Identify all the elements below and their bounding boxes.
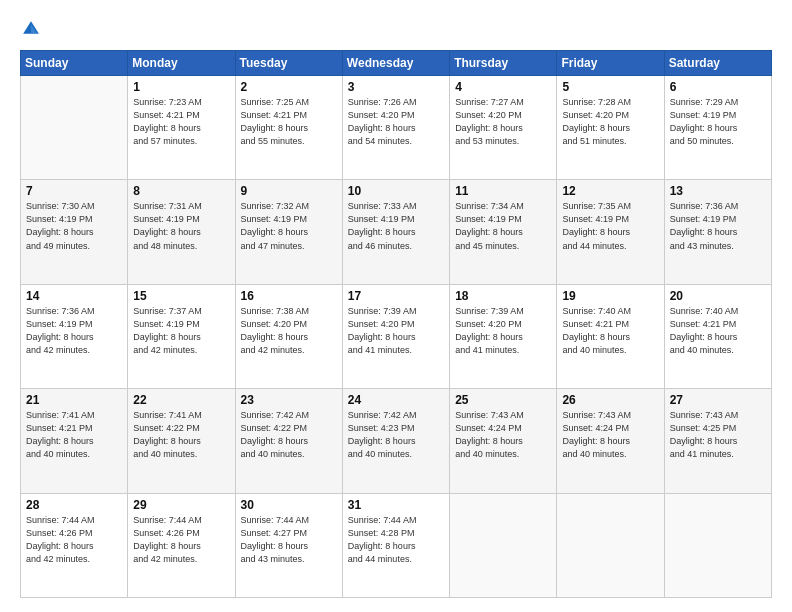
calendar-cell: 21Sunrise: 7:41 AMSunset: 4:21 PMDayligh… [21, 389, 128, 493]
day-number: 21 [26, 393, 122, 407]
calendar-cell [664, 493, 771, 597]
day-info: Sunrise: 7:40 AMSunset: 4:21 PMDaylight:… [562, 305, 658, 357]
calendar-cell: 1Sunrise: 7:23 AMSunset: 4:21 PMDaylight… [128, 76, 235, 180]
weekday-header-wednesday: Wednesday [342, 51, 449, 76]
day-number: 9 [241, 184, 337, 198]
day-number: 5 [562, 80, 658, 94]
calendar-cell: 2Sunrise: 7:25 AMSunset: 4:21 PMDaylight… [235, 76, 342, 180]
calendar-cell: 18Sunrise: 7:39 AMSunset: 4:20 PMDayligh… [450, 284, 557, 388]
weekday-header-thursday: Thursday [450, 51, 557, 76]
day-info: Sunrise: 7:37 AMSunset: 4:19 PMDaylight:… [133, 305, 229, 357]
day-info: Sunrise: 7:44 AMSunset: 4:26 PMDaylight:… [26, 514, 122, 566]
calendar-cell: 28Sunrise: 7:44 AMSunset: 4:26 PMDayligh… [21, 493, 128, 597]
day-number: 4 [455, 80, 551, 94]
week-row-2: 14Sunrise: 7:36 AMSunset: 4:19 PMDayligh… [21, 284, 772, 388]
day-number: 26 [562, 393, 658, 407]
calendar-cell: 23Sunrise: 7:42 AMSunset: 4:22 PMDayligh… [235, 389, 342, 493]
day-number: 22 [133, 393, 229, 407]
day-info: Sunrise: 7:31 AMSunset: 4:19 PMDaylight:… [133, 200, 229, 252]
day-number: 24 [348, 393, 444, 407]
day-number: 29 [133, 498, 229, 512]
weekday-header-friday: Friday [557, 51, 664, 76]
week-row-3: 21Sunrise: 7:41 AMSunset: 4:21 PMDayligh… [21, 389, 772, 493]
calendar-cell: 30Sunrise: 7:44 AMSunset: 4:27 PMDayligh… [235, 493, 342, 597]
calendar-cell: 14Sunrise: 7:36 AMSunset: 4:19 PMDayligh… [21, 284, 128, 388]
weekday-header-sunday: Sunday [21, 51, 128, 76]
calendar-cell: 7Sunrise: 7:30 AMSunset: 4:19 PMDaylight… [21, 180, 128, 284]
day-info: Sunrise: 7:44 AMSunset: 4:27 PMDaylight:… [241, 514, 337, 566]
day-number: 6 [670, 80, 766, 94]
calendar-cell: 20Sunrise: 7:40 AMSunset: 4:21 PMDayligh… [664, 284, 771, 388]
calendar-cell: 15Sunrise: 7:37 AMSunset: 4:19 PMDayligh… [128, 284, 235, 388]
day-number: 28 [26, 498, 122, 512]
calendar-cell: 16Sunrise: 7:38 AMSunset: 4:20 PMDayligh… [235, 284, 342, 388]
day-number: 7 [26, 184, 122, 198]
day-info: Sunrise: 7:36 AMSunset: 4:19 PMDaylight:… [26, 305, 122, 357]
day-info: Sunrise: 7:40 AMSunset: 4:21 PMDaylight:… [670, 305, 766, 357]
calendar-cell: 25Sunrise: 7:43 AMSunset: 4:24 PMDayligh… [450, 389, 557, 493]
day-number: 12 [562, 184, 658, 198]
calendar-cell [21, 76, 128, 180]
day-info: Sunrise: 7:44 AMSunset: 4:28 PMDaylight:… [348, 514, 444, 566]
calendar-cell: 8Sunrise: 7:31 AMSunset: 4:19 PMDaylight… [128, 180, 235, 284]
calendar-cell [450, 493, 557, 597]
day-info: Sunrise: 7:42 AMSunset: 4:22 PMDaylight:… [241, 409, 337, 461]
calendar-cell: 26Sunrise: 7:43 AMSunset: 4:24 PMDayligh… [557, 389, 664, 493]
day-info: Sunrise: 7:29 AMSunset: 4:19 PMDaylight:… [670, 96, 766, 148]
calendar-cell: 27Sunrise: 7:43 AMSunset: 4:25 PMDayligh… [664, 389, 771, 493]
day-info: Sunrise: 7:38 AMSunset: 4:20 PMDaylight:… [241, 305, 337, 357]
calendar-cell: 22Sunrise: 7:41 AMSunset: 4:22 PMDayligh… [128, 389, 235, 493]
day-info: Sunrise: 7:30 AMSunset: 4:19 PMDaylight:… [26, 200, 122, 252]
calendar-cell: 31Sunrise: 7:44 AMSunset: 4:28 PMDayligh… [342, 493, 449, 597]
weekday-header-monday: Monday [128, 51, 235, 76]
logo [20, 18, 46, 40]
day-number: 20 [670, 289, 766, 303]
day-info: Sunrise: 7:44 AMSunset: 4:26 PMDaylight:… [133, 514, 229, 566]
day-info: Sunrise: 7:43 AMSunset: 4:24 PMDaylight:… [455, 409, 551, 461]
day-info: Sunrise: 7:32 AMSunset: 4:19 PMDaylight:… [241, 200, 337, 252]
weekday-header-saturday: Saturday [664, 51, 771, 76]
calendar: SundayMondayTuesdayWednesdayThursdayFrid… [20, 50, 772, 598]
calendar-cell: 12Sunrise: 7:35 AMSunset: 4:19 PMDayligh… [557, 180, 664, 284]
day-number: 1 [133, 80, 229, 94]
calendar-cell [557, 493, 664, 597]
calendar-cell: 29Sunrise: 7:44 AMSunset: 4:26 PMDayligh… [128, 493, 235, 597]
calendar-cell: 3Sunrise: 7:26 AMSunset: 4:20 PMDaylight… [342, 76, 449, 180]
weekday-header-tuesday: Tuesday [235, 51, 342, 76]
calendar-cell: 24Sunrise: 7:42 AMSunset: 4:23 PMDayligh… [342, 389, 449, 493]
day-number: 8 [133, 184, 229, 198]
day-number: 2 [241, 80, 337, 94]
day-info: Sunrise: 7:41 AMSunset: 4:22 PMDaylight:… [133, 409, 229, 461]
week-row-0: 1Sunrise: 7:23 AMSunset: 4:21 PMDaylight… [21, 76, 772, 180]
header [20, 18, 772, 40]
calendar-cell: 17Sunrise: 7:39 AMSunset: 4:20 PMDayligh… [342, 284, 449, 388]
calendar-cell: 10Sunrise: 7:33 AMSunset: 4:19 PMDayligh… [342, 180, 449, 284]
calendar-cell: 6Sunrise: 7:29 AMSunset: 4:19 PMDaylight… [664, 76, 771, 180]
day-number: 30 [241, 498, 337, 512]
day-info: Sunrise: 7:33 AMSunset: 4:19 PMDaylight:… [348, 200, 444, 252]
day-number: 15 [133, 289, 229, 303]
day-info: Sunrise: 7:27 AMSunset: 4:20 PMDaylight:… [455, 96, 551, 148]
day-number: 27 [670, 393, 766, 407]
logo-icon [20, 18, 42, 40]
day-number: 3 [348, 80, 444, 94]
calendar-cell: 4Sunrise: 7:27 AMSunset: 4:20 PMDaylight… [450, 76, 557, 180]
weekday-header-row: SundayMondayTuesdayWednesdayThursdayFrid… [21, 51, 772, 76]
calendar-cell: 13Sunrise: 7:36 AMSunset: 4:19 PMDayligh… [664, 180, 771, 284]
day-info: Sunrise: 7:42 AMSunset: 4:23 PMDaylight:… [348, 409, 444, 461]
day-info: Sunrise: 7:25 AMSunset: 4:21 PMDaylight:… [241, 96, 337, 148]
day-info: Sunrise: 7:28 AMSunset: 4:20 PMDaylight:… [562, 96, 658, 148]
day-number: 25 [455, 393, 551, 407]
day-info: Sunrise: 7:35 AMSunset: 4:19 PMDaylight:… [562, 200, 658, 252]
day-number: 31 [348, 498, 444, 512]
day-number: 14 [26, 289, 122, 303]
day-number: 19 [562, 289, 658, 303]
day-number: 10 [348, 184, 444, 198]
calendar-cell: 5Sunrise: 7:28 AMSunset: 4:20 PMDaylight… [557, 76, 664, 180]
day-info: Sunrise: 7:43 AMSunset: 4:24 PMDaylight:… [562, 409, 658, 461]
day-info: Sunrise: 7:34 AMSunset: 4:19 PMDaylight:… [455, 200, 551, 252]
calendar-cell: 11Sunrise: 7:34 AMSunset: 4:19 PMDayligh… [450, 180, 557, 284]
day-number: 11 [455, 184, 551, 198]
day-info: Sunrise: 7:39 AMSunset: 4:20 PMDaylight:… [455, 305, 551, 357]
day-info: Sunrise: 7:39 AMSunset: 4:20 PMDaylight:… [348, 305, 444, 357]
